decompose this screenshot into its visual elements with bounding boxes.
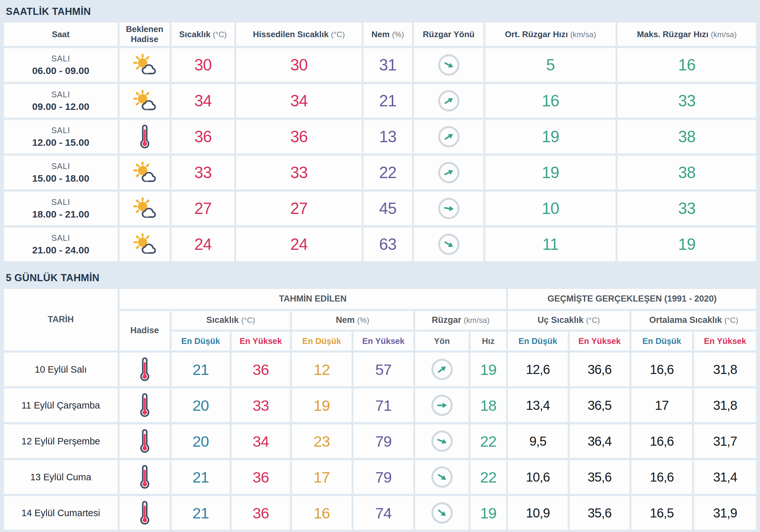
daily-col-temp-min: En Düşük (171, 332, 230, 350)
temp-max-value: 36 (232, 353, 290, 386)
group-forecast-header: TAHMİN EDİLEN (119, 289, 506, 309)
day-label: SALI (32, 162, 89, 171)
humidity-value: 13 (363, 120, 412, 154)
time-range: 21.00 - 24.00 (32, 245, 89, 256)
date-cell: 13 Eylül Cuma (4, 460, 118, 494)
avg-wind-speed-value: 16 (485, 84, 616, 118)
wind-arrow-icon (434, 433, 450, 449)
wind-direction-indicator (431, 430, 453, 452)
hourly-row: SALI09.00 - 12.00 34 34 21 16 33 (4, 84, 756, 118)
temperature-value: 33 (171, 156, 234, 189)
weather-condition-cell (119, 424, 169, 458)
historic-extreme-min: 10,6 (508, 460, 568, 494)
wind-direction-indicator (438, 126, 459, 147)
wind-direction-indicator (438, 162, 459, 183)
avg-wind-speed-value: 10 (485, 192, 616, 225)
wind-direction-cell (414, 84, 483, 118)
weather-condition-cell (119, 496, 169, 530)
weather-forecast-page: SAATLİK TAHMİN Saat Beklenen Hadise Sıca… (0, 0, 760, 530)
wind-direction-indicator (431, 502, 453, 524)
wind-group: Rüzgar (km/sa) Yön Hız (415, 311, 506, 350)
daily-forecast-section: 5 GÜNLÜK TAHMİN TARİH TAHMİN EDİLEN Hadi… (4, 272, 756, 530)
daily-col-nem: Nem (%) (292, 311, 413, 330)
daily-col-hum-min: En Düşük (292, 332, 352, 350)
weather-condition-cell (119, 227, 169, 261)
wind-direction-indicator (438, 54, 459, 75)
humidity-group: Nem (%) En Düşük En Yüksek (292, 311, 413, 350)
temperature-value: 30 (171, 48, 234, 82)
wind-arrow-icon (433, 469, 451, 486)
historic-extreme-min: 10,9 (508, 496, 568, 530)
temperature-value: 27 (171, 192, 234, 225)
hourly-time-cell: SALI21.00 - 24.00 (4, 227, 118, 261)
day-label: SALI (32, 198, 89, 207)
temp-min-value: 20 (171, 424, 230, 458)
temperature-value: 36 (171, 120, 234, 154)
daily-col-uc-sicaklik: Uç Sıcaklık (°C) (508, 311, 630, 330)
thermometer-icon (138, 392, 151, 418)
historic-extreme-min: 12,6 (508, 353, 568, 386)
time-range: 12.00 - 15.00 (32, 137, 89, 148)
humidity-value: 31 (363, 48, 412, 82)
day-label: SALI (32, 90, 89, 99)
avg-temp-group: Ortalama Sıcaklık (°C) En Düşük En Yükse… (631, 311, 756, 350)
humidity-value: 21 (363, 84, 412, 118)
historic-extreme-max: 35,6 (570, 496, 630, 530)
thermometer-icon (138, 500, 151, 526)
daily-row: 11 Eylül Çarşamba 20 33 19 71 18 13,4 36… (4, 389, 756, 422)
date-cell: 11 Eylül Çarşamba (4, 389, 118, 422)
day-label: SALI (32, 233, 89, 243)
temp-max-value: 34 (232, 424, 290, 458)
hourly-col-saat: Saat (4, 23, 118, 46)
daily-col-tarih: TARİH (4, 289, 118, 350)
weather-condition-cell (119, 460, 169, 494)
time-range: 06.00 - 09.00 (32, 65, 89, 76)
hourly-header-row: Saat Beklenen Hadise Sıcaklık (°C) Hisse… (4, 23, 756, 46)
historic-extreme-max: 36,4 (570, 424, 630, 458)
historic-extreme-max: 36,5 (570, 389, 630, 422)
wind-direction-cell (415, 353, 468, 386)
temperature-value: 34 (171, 84, 234, 118)
feels-like-value: 24 (236, 227, 361, 261)
hourly-row: SALI12.00 - 15.00 36 36 13 19 38 (4, 120, 756, 154)
daily-row: 14 Eylül Cumartesi 21 36 16 74 19 10,9 3… (4, 496, 756, 530)
wind-arrow-icon (441, 236, 457, 253)
wind-direction-indicator (438, 234, 459, 255)
thermometer-icon (138, 124, 151, 150)
feels-like-value: 30 (236, 48, 361, 82)
temperature-value: 24 (171, 227, 234, 261)
hourly-section-title: SAATLİK TAHMİN (6, 6, 756, 18)
daily-section-title: 5 GÜNLÜK TAHMİN (6, 272, 756, 284)
sun-cloud-icon (132, 198, 158, 219)
historic-avg-max: 31,9 (694, 496, 756, 530)
daily-col-yon: Yön (415, 332, 468, 350)
humidity-value: 22 (363, 156, 412, 189)
hourly-col-hissedilen: Hissedilen Sıcaklık (°C) (236, 23, 361, 46)
hourly-col-ort-ruzgar: Ort. Rüzgar Hızı (km/sa) (485, 23, 616, 46)
hum-min-value: 23 (292, 424, 352, 458)
wind-arrow-icon (436, 399, 448, 411)
max-wind-speed-value: 19 (618, 227, 756, 261)
temp-min-value: 21 (171, 353, 230, 386)
wind-arrow-icon (440, 128, 457, 145)
hum-max-value: 79 (354, 424, 413, 458)
wind-arrow-icon (442, 202, 455, 216)
feels-like-value: 34 (236, 84, 361, 118)
wind-direction-cell (414, 48, 483, 82)
time-range: 15.00 - 18.00 (32, 173, 89, 184)
date-cell: 14 Eylül Cumartesi (4, 496, 118, 530)
historic-extreme-min: 9,5 (508, 424, 568, 458)
max-wind-speed-value: 38 (618, 156, 756, 189)
historic-avg-max: 31,8 (694, 353, 756, 386)
wind-arrow-icon (440, 92, 457, 110)
hourly-col-nem: Nem (%) (363, 23, 412, 46)
temp-max-value: 36 (232, 496, 290, 530)
hourly-row: SALI15.00 - 18.00 33 33 22 19 38 (4, 156, 756, 189)
temp-min-value: 21 (171, 460, 230, 494)
hourly-time-cell: SALI15.00 - 18.00 (4, 156, 118, 189)
historic-avg-min: 16,6 (631, 460, 692, 494)
hourly-time-cell: SALI06.00 - 09.00 (4, 48, 118, 82)
thermometer-icon (138, 357, 151, 382)
date-cell: 12 Eylül Perşembe (4, 424, 118, 458)
wind-arrow-icon (433, 504, 451, 521)
